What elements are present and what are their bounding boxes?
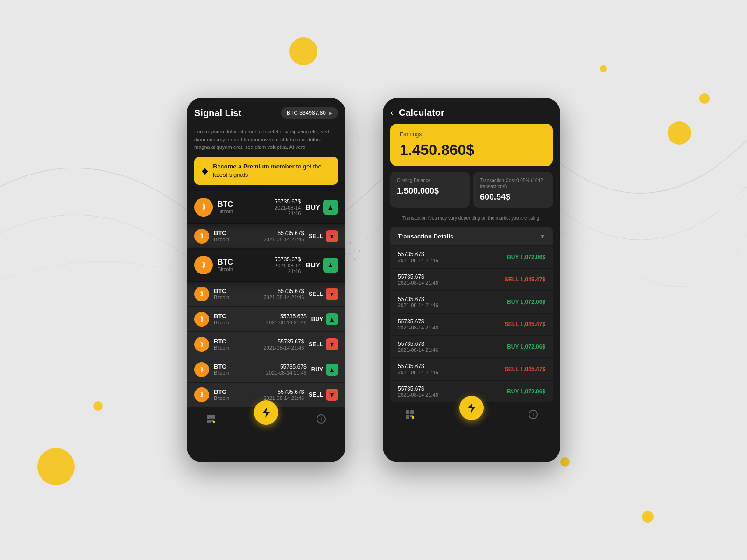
bg-circle-6 [642, 511, 654, 523]
nav-info-icon-left[interactable]: i [316, 414, 326, 424]
tx-price-2: 55735.67$ [398, 273, 438, 280]
buy-button-1[interactable]: ▲ [323, 200, 338, 215]
signal-action-label-3: BUY [305, 261, 320, 269]
transaction-row-4[interactable]: 55735.67$ 2021-08-14 21:46 SELL 1,045.47… [390, 314, 553, 335]
signal-action-label-6: SELL [309, 341, 323, 348]
signal-info-4: BTC Bitcoin [214, 287, 257, 300]
bg-circle-2 [699, 93, 710, 104]
tx-action-5: BUY 1,072.06$ [507, 343, 545, 350]
tx-date-7: 2021-08-14 21:46 [398, 392, 438, 398]
transaction-details-header[interactable]: Transaction Details ▼ [390, 227, 553, 245]
earnings-card: Earnings 1.450.860$ [390, 124, 553, 166]
transaction-details-arrow-icon: ▼ [540, 233, 545, 240]
signal-row-3[interactable]: ₿ BTC Bitcoin 55735.67$ 2021-08-14 21:46… [187, 249, 345, 281]
coin-avatar-7: ₿ [194, 362, 209, 377]
coin-avatar-1: ₿ [194, 198, 213, 217]
signal-row-1[interactable]: ₿ BTC Bitcoin 55735.67$ 2021-08-14 21:46… [187, 191, 345, 223]
tx-price-1: 55735.67$ [398, 251, 438, 258]
coin-avatar-4: ₿ [194, 287, 209, 301]
signal-action-block-7: BUY ▲ [311, 364, 338, 376]
signal-coin-name-7: BTC [214, 363, 258, 370]
bg-circle-7 [600, 65, 607, 72]
tx-date-2: 2021-08-14 21:46 [398, 280, 438, 286]
coin-avatar-8: ₿ [194, 387, 209, 402]
tx-date-4: 2021-08-14 21:46 [398, 325, 438, 330]
signal-row-7[interactable]: ₿ BTC Bitcoin 55735.67$ 2021-08-14 21:46… [187, 357, 345, 382]
premium-banner[interactable]: ◆ Become a Premium member to get the lat… [194, 157, 338, 185]
buy-button-3[interactable]: ▲ [323, 258, 338, 273]
buy-button-5[interactable]: ▲ [326, 313, 338, 325]
signal-list-title: Signal List [194, 108, 241, 119]
signal-action-label-1: BUY [305, 203, 320, 211]
sell-button-6[interactable]: ▼ [326, 338, 338, 350]
signal-date-5: 2021-08-14 21:46 [262, 320, 306, 325]
tx-action-6: SELL 1,045.47$ [505, 366, 545, 372]
closing-balance-card: Closing Balance 1.500.000$ [390, 172, 470, 208]
coin-avatar-6: ₿ [194, 337, 209, 352]
signal-coin-name-5: BTC [214, 313, 258, 320]
signal-price-6: 55735.67$ [261, 338, 304, 345]
btc-price-text: BTC $34987.80 [287, 110, 326, 116]
signal-action-block-8: SELL ▼ [309, 389, 338, 401]
nav-grid-icon-right[interactable] [405, 409, 415, 420]
signal-price-block-6: 55735.67$ 2021-08-14 21:46 [261, 338, 304, 350]
signal-price-8: 55735.67$ [261, 389, 304, 395]
transaction-row-5[interactable]: 55735.67$ 2021-08-14 21:46 BUY 1,072.06$ [390, 336, 553, 357]
calculator-phone: ‹ Calculator Earnings 1.450.860$ Closing… [383, 98, 560, 462]
signal-row-2[interactable]: ₿ BTC Bitcoin 55735.67$ 2021-08-14 21:46… [187, 224, 345, 248]
signal-action-block-6: SELL ▼ [309, 338, 338, 350]
nav-lightning-button-right[interactable] [459, 396, 484, 420]
diamond-icon: ◆ [202, 166, 208, 176]
tx-left-2: 55735.67$ 2021-08-14 21:46 [398, 273, 438, 286]
signal-action-block-4: SELL ▼ [309, 288, 338, 300]
signal-date-8: 2021-08-14 21:46 [261, 395, 304, 401]
signal-price-block-3: 55735.67$ 2021-08-14 21:46 [261, 256, 301, 274]
sell-button-8[interactable]: ▼ [326, 389, 338, 401]
signal-coin-sub-8: Bitcoin [214, 395, 257, 401]
svg-rect-17 [406, 415, 409, 419]
tx-price-4: 55735.67$ [398, 318, 438, 325]
svg-text:i: i [321, 416, 322, 422]
signal-row-6[interactable]: ₿ BTC Bitcoin 55735.67$ 2021-08-14 21:46… [187, 332, 345, 357]
signal-price-3: 55735.67$ [261, 256, 301, 263]
signal-action-block-5: BUY ▲ [311, 313, 338, 325]
coin-avatar-5: ₿ [194, 312, 209, 327]
signal-coin-name-4: BTC [214, 287, 257, 294]
bg-circle-5 [93, 401, 103, 411]
sell-button-4[interactable]: ▼ [326, 288, 338, 300]
signal-action-label-2: SELL [309, 233, 323, 239]
back-button[interactable]: ‹ [390, 108, 393, 118]
signal-price-block-8: 55735.67$ 2021-08-14 21:46 [261, 389, 304, 401]
signal-row-5[interactable]: ₿ BTC Bitcoin 55735.67$ 2021-08-14 21:46… [187, 307, 345, 331]
signal-date-2: 2021-08-14 21:46 [261, 237, 304, 242]
btc-badge-arrow-icon: ▶ [329, 111, 332, 116]
tx-left-3: 55735.67$ 2021-08-14 21:46 [398, 296, 438, 308]
transaction-row-1[interactable]: 55735.67$ 2021-08-14 21:46 BUY 1,072.06$ [390, 246, 553, 268]
tx-action-7: BUY 1,072.06$ [507, 388, 545, 395]
transaction-details-label: Transaction Details [398, 233, 453, 240]
signal-info-1: BTC Bitcoin [218, 200, 257, 214]
nav-grid-icon-left[interactable] [206, 414, 216, 424]
transaction-row-2[interactable]: 55735.67$ 2021-08-14 21:46 SELL 1,045.47… [390, 269, 553, 290]
transaction-row-6[interactable]: 55735.67$ 2021-08-14 21:46 SELL 1,045.47… [390, 358, 553, 380]
signal-row-4[interactable]: ₿ BTC Bitcoin 55735.67$ 2021-08-14 21:46… [187, 282, 345, 306]
svg-rect-9 [211, 415, 215, 419]
signal-info-8: BTC Bitcoin [214, 388, 257, 401]
premium-text: Become a Premium member to get the lates… [213, 162, 331, 179]
nav-lightning-button-left[interactable] [254, 400, 278, 425]
transaction-row-3[interactable]: 55735.67$ 2021-08-14 21:46 BUY 1,072.06$ [390, 291, 553, 313]
btc-price-badge[interactable]: BTC $34987.80 ▶ [281, 107, 338, 119]
svg-rect-12 [213, 421, 215, 423]
buy-button-7[interactable]: ▲ [326, 364, 338, 376]
signal-price-2: 55735.67$ [261, 230, 304, 237]
tx-left-7: 55735.67$ 2021-08-14 21:46 [398, 385, 438, 398]
svg-rect-15 [406, 410, 409, 414]
tx-left-4: 55735.67$ 2021-08-14 21:46 [398, 318, 438, 330]
signal-date-1: 2021-08-14 21:46 [261, 205, 301, 216]
bg-circle-8 [560, 457, 570, 467]
signal-coin-name-8: BTC [214, 388, 257, 395]
signal-coin-name-6: BTC [214, 338, 257, 345]
signal-coin-sub-4: Bitcoin [214, 294, 257, 300]
sell-button-2[interactable]: ▼ [326, 230, 338, 242]
nav-info-icon-right[interactable]: i [528, 409, 538, 420]
